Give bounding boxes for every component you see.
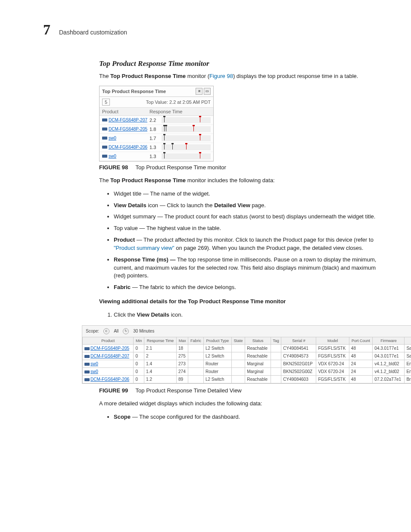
- switch-icon: [84, 363, 90, 366]
- response-bar: [162, 144, 211, 150]
- scope-time: 30 Minutes: [133, 329, 154, 333]
- table-row[interactable]: DCM-FGS648P-20702275L2 SwitchReachableCY…: [83, 352, 411, 360]
- figure-99-label: FIGURE 99: [99, 387, 128, 394]
- response-value: 1.7: [149, 136, 162, 141]
- table-column-header[interactable]: Tag: [271, 337, 281, 344]
- product-cell[interactable]: DCM-FGS648P-205: [83, 344, 134, 352]
- product-link[interactable]: DCM-FGS648P-207: [109, 118, 147, 122]
- product-link[interactable]: sw0: [109, 154, 116, 159]
- list-item: Response Time (ms) — The top response ti…: [114, 256, 385, 280]
- response-value: 1.3: [149, 145, 162, 150]
- product-cell[interactable]: DCM-FGS648P-206: [83, 375, 134, 383]
- step-item: Click the View Details icon.: [114, 311, 385, 319]
- product-cell[interactable]: sw0: [83, 360, 134, 367]
- scope-icon[interactable]: E: [103, 328, 109, 334]
- figure-98-caption: Top Product Response Time monitor: [136, 164, 226, 171]
- widget-row[interactable]: DCM-FGS648P-2072.2: [100, 116, 213, 125]
- response-bar: [162, 153, 211, 159]
- list-item: Product — The product affected by this m…: [114, 236, 385, 252]
- figure-98-label: FIGURE 98: [99, 164, 128, 171]
- product-link[interactable]: DCM-FGS648P-205: [109, 127, 147, 131]
- table-column-header[interactable]: Port Count: [349, 337, 373, 344]
- include-intro: The Top Product Response Time monitor in…: [99, 177, 385, 185]
- top-value-text: Top Value: 2.2 at 2:05 AM PDT: [146, 100, 211, 105]
- switch-icon: [84, 355, 90, 358]
- widget-col-response-time: Response Time: [149, 109, 211, 114]
- table-column-header[interactable]: Min: [134, 337, 144, 344]
- response-bar: [162, 135, 211, 141]
- widget-row[interactable]: DCM-FGS648P-2061.3: [100, 143, 213, 152]
- switch-icon: [84, 347, 90, 350]
- count-box[interactable]: 5: [102, 99, 110, 106]
- chapter-number: 7: [43, 22, 50, 38]
- scope-all: All: [114, 329, 118, 333]
- response-value: 1.8: [149, 127, 162, 132]
- widget-row[interactable]: DCM-FGS648P-2051.8: [100, 125, 213, 134]
- response-bar: [162, 126, 211, 132]
- table-column-header[interactable]: State: [231, 337, 245, 344]
- widget-title: Top Product Response Time: [102, 89, 166, 94]
- response-time-widget: Top Product Response Time ⤨ ▭ 5 Top Valu…: [99, 86, 214, 162]
- table-column-header[interactable]: Firmware: [373, 337, 405, 344]
- list-item: Scope — The scope configured for the das…: [114, 413, 385, 421]
- response-value: 2.2: [149, 118, 162, 123]
- figure-98-link[interactable]: Figure 98: [209, 73, 233, 79]
- steps-list: Click the View Details icon.: [99, 311, 385, 319]
- table-row[interactable]: sw001.4273RouterMarginalBKN2502G01PVDX 6…: [83, 360, 411, 367]
- section-title: Top Product Response Time monitor: [99, 59, 385, 68]
- table-column-header[interactable]: Response Time: [144, 337, 177, 344]
- product-summary-link[interactable]: "Product summary view": [114, 245, 174, 251]
- detail-view: Scope: E All ↻ 30 Minutes ProductMinResp…: [82, 325, 411, 384]
- table-row[interactable]: sw001.4274RouterMarginalBKN2502G00ZVDX 6…: [83, 367, 411, 375]
- refresh-icon[interactable]: ↻: [123, 328, 129, 334]
- scope-label: Scope:: [86, 329, 99, 333]
- list-item: Widget summary — The product count for e…: [114, 213, 385, 221]
- table-column-header[interactable]: Product Type: [203, 337, 231, 344]
- widget-row[interactable]: sw01.7: [100, 134, 213, 143]
- figure-99-caption: Top Product Response Time Detailed View: [136, 387, 242, 394]
- bullet-list: Widget title — The name of the widget. V…: [99, 190, 385, 292]
- intro-paragraph: The Top Product Response Time monitor (F…: [99, 72, 385, 81]
- table-column-header[interactable]: Product: [83, 337, 134, 344]
- table-row[interactable]: DCM-FGS648P-20502.118L2 SwitchReachableC…: [83, 344, 411, 352]
- maximize-icon[interactable]: ▭: [204, 88, 211, 95]
- scope-bullet-list: Scope — The scope configured for the das…: [99, 413, 385, 421]
- detach-icon[interactable]: ⤨: [196, 88, 202, 95]
- switch-icon: [102, 146, 107, 149]
- subheading: Viewing additional details for the Top P…: [99, 298, 385, 306]
- product-link[interactable]: DCM-FGS648P-206: [109, 145, 147, 149]
- table-column-header[interactable]: Location: [405, 337, 411, 344]
- switch-icon: [102, 128, 107, 131]
- switch-icon: [102, 118, 107, 121]
- table-row[interactable]: DCM-FGS648P-20601.289L2 SwitchReachableC…: [83, 375, 411, 383]
- chapter-title: Dashboard customization: [59, 29, 127, 36]
- table-column-header[interactable]: Model: [316, 337, 349, 344]
- switch-icon: [84, 370, 90, 373]
- product-cell[interactable]: DCM-FGS648P-207: [83, 352, 134, 360]
- response-value: 1.3: [149, 154, 162, 159]
- switch-icon: [84, 378, 90, 381]
- switch-icon: [102, 137, 107, 140]
- product-cell[interactable]: sw0: [83, 367, 134, 375]
- list-item: View Details icon — Click to launch the …: [114, 202, 385, 210]
- list-item: Top value — The highest value in the tab…: [114, 224, 385, 233]
- widget-col-product: Product: [102, 109, 149, 114]
- table-column-header[interactable]: Fabric: [188, 337, 204, 344]
- widget-row[interactable]: sw01.3: [100, 152, 213, 161]
- table-column-header[interactable]: Status: [245, 337, 271, 344]
- response-bar: [162, 117, 211, 123]
- switch-icon: [102, 155, 107, 158]
- list-item: Widget title — The name of the widget.: [114, 190, 385, 198]
- table-column-header[interactable]: Max: [177, 337, 188, 344]
- list-item: Fabric — The fabric to which the device …: [114, 283, 385, 292]
- table-column-header[interactable]: Serial #: [281, 337, 316, 344]
- detail-paragraph: A more detailed widget displays which in…: [99, 400, 385, 408]
- product-link[interactable]: sw0: [109, 136, 116, 140]
